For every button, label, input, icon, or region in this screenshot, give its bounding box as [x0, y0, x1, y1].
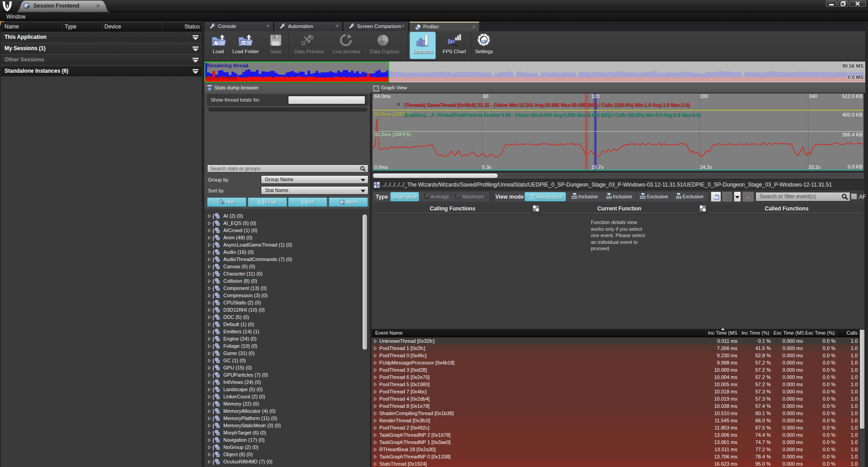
af-checkbox[interactable]: [851, 193, 857, 200]
expander-icon[interactable]: [208, 257, 211, 262]
tree-scrollbar[interactable]: [362, 214, 368, 350]
tree-item[interactable]: {Component (13) (0): [204, 285, 370, 292]
expander-icon[interactable]: [374, 455, 377, 459]
col-inc-time-ms[interactable]: Inc Time (MS: [708, 330, 737, 336]
expander-icon[interactable]: [208, 351, 211, 355]
tree-item[interactable]: {CPUStalls (2) (0): [204, 299, 370, 306]
session-row-standalone-instances-6-[interactable]: Standalone Instances (6): [1, 66, 202, 76]
app-tab[interactable]: Session Frontend ✕: [16, 0, 110, 12]
event-row[interactable]: RenderThread [0x3fc0]11.545 ms66.0 %0.00…: [372, 417, 859, 424]
column-type[interactable]: Type: [65, 23, 76, 30]
filter-hierarchical-button[interactable]: Hierarchical: [524, 192, 566, 201]
expander-icon[interactable]: [208, 373, 211, 377]
tree-item[interactable]: {MemoryAllocator (4) (0): [204, 407, 370, 415]
close-button[interactable]: [849, 0, 866, 7]
event-row[interactable]: PoolThread 8 [0x1e78]10.038 ms57.4 %0.00…: [372, 402, 859, 410]
tree-item[interactable]: {MorphTarget (6) (0): [204, 429, 370, 436]
tree-item[interactable]: {MemoryPlatform (11) (0): [204, 415, 370, 422]
event-row[interactable]: FUdpMessageProcessor [0x4b18]9.998 ms57.…: [372, 359, 859, 366]
expander-icon[interactable]: [208, 388, 211, 392]
expander-icon[interactable]: [208, 460, 211, 464]
thread-totals-input[interactable]: [288, 96, 365, 104]
filter-exclusive-button[interactable]: Exclusive: [637, 192, 671, 201]
col-exc-time-ms[interactable]: Exc Time (MS: [774, 330, 804, 336]
toolbar-dropdown-button[interactable]: [734, 191, 741, 202]
expander-icon[interactable]: [208, 308, 211, 312]
tree-item[interactable]: {D3D11RHI (10) (0): [204, 306, 370, 313]
expander-icon[interactable]: [374, 375, 377, 379]
event-row[interactable]: PoolThread 3 [0xd28]10.000 ms57.2 %0.000…: [372, 366, 859, 374]
expander-icon[interactable]: [208, 424, 211, 428]
expander-icon[interactable]: [208, 402, 211, 406]
expander-icon[interactable]: [208, 265, 211, 269]
expander-icon[interactable]: [374, 390, 377, 394]
toolbar-load-folder-button[interactable]: Load Folder: [232, 32, 259, 59]
tab-close-icon[interactable]: ✕: [472, 24, 476, 29]
expander-icon[interactable]: [208, 214, 211, 218]
sort-by-select[interactable]: Stat Name: [261, 186, 368, 195]
graph-view-title[interactable]: Graph View: [381, 85, 407, 90]
expander-arrow-icon[interactable]: [192, 46, 199, 51]
expander-icon[interactable]: [374, 339, 377, 343]
session-row-this-application[interactable]: This Application: [1, 32, 202, 42]
event-row[interactable]: RTHeartBeat 28 [0x2a30]13.511 ms77.2 %0.…: [372, 446, 859, 453]
expander-icon[interactable]: [208, 229, 211, 233]
tree-item[interactable]: {Anim (48) (0): [204, 234, 370, 241]
tree-item[interactable]: {Memory (22) (0): [204, 400, 370, 407]
event-row[interactable]: PoolThread 1 [0x2fc]7.266 ms41.5 %0.000 …: [372, 345, 859, 352]
tree-item[interactable]: {AICrowd (1) (0): [204, 227, 370, 234]
col-calls[interactable]: Calls: [837, 330, 858, 336]
tab-close-icon[interactable]: ✕: [335, 23, 339, 28]
tree-item[interactable]: {MemoryStaticMesh (3) (0): [204, 422, 370, 429]
tree-item[interactable]: {NoGroup (2) (0): [204, 444, 370, 451]
expander-icon[interactable]: [374, 426, 377, 430]
expander-icon[interactable]: [208, 431, 211, 435]
expander-icon[interactable]: [208, 250, 211, 254]
toolbar-settings-button[interactable]: Settings: [471, 32, 497, 59]
expander-icon[interactable]: [374, 383, 377, 387]
expander-icon[interactable]: [208, 315, 211, 319]
col-inc-time-pct[interactable]: Inc Time (%): [741, 330, 769, 336]
threads-timeline[interactable]: [204, 61, 865, 83]
expander-icon[interactable]: [208, 453, 211, 457]
expander-icon[interactable]: [208, 221, 211, 225]
expander-arrow-icon[interactable]: [192, 57, 199, 63]
app-tab-close-icon[interactable]: ✕: [96, 3, 100, 9]
tree-item[interactable]: {Collision (8) (0): [204, 277, 370, 285]
expander-icon[interactable]: [208, 243, 211, 247]
expander-icon[interactable]: [374, 433, 377, 437]
column-splitter-icon[interactable]: [533, 205, 539, 211]
expander-icon[interactable]: [208, 301, 211, 305]
tree-item[interactable]: {Compression (3) (0): [204, 292, 370, 299]
filter-inclusive-button[interactable]: Inclusive: [568, 192, 601, 201]
expander-icon[interactable]: [374, 346, 377, 350]
expander-icon[interactable]: [208, 344, 211, 348]
tree-item[interactable]: {LinkerCount (2) (0): [204, 393, 370, 400]
event-row[interactable]: PoolThread 2 [0x492c]11.803 ms67.5 %0.00…: [372, 424, 859, 431]
event-row[interactable]: PoolThread 6 [0x2e70]10.004 ms57.2 %0.00…: [372, 374, 859, 381]
tree-item[interactable]: {Audio (16) (0): [204, 248, 370, 256]
column-device[interactable]: Device: [104, 23, 121, 30]
expander-icon[interactable]: [208, 322, 211, 327]
tree-item[interactable]: {Navigation (17) (0): [204, 436, 370, 444]
event-row[interactable]: TaskGraphThreadNP 0 [0x1338]13.706 ms78.…: [372, 453, 859, 460]
expander-icon[interactable]: [208, 409, 211, 413]
expander-icon[interactable]: [374, 368, 377, 372]
filter-oneframe-button[interactable]: OneFrame: [390, 192, 419, 201]
stat-type-toggle-int[interactable]: Int: [288, 197, 327, 207]
expander-icon[interactable]: [374, 440, 377, 444]
expander-icon[interactable]: [374, 448, 377, 452]
session-row-other-sessions[interactable]: Other Sessions: [1, 55, 202, 65]
tree-item[interactable]: {Game (31) (0): [204, 350, 370, 357]
column-divider[interactable]: [102, 23, 103, 31]
minimize-button[interactable]: [826, 0, 837, 7]
stats-dump-browser-title[interactable]: Stats dump browser: [214, 85, 259, 90]
expander-icon[interactable]: [374, 462, 377, 466]
column-divider[interactable]: [62, 23, 62, 31]
stat-type-toggle-mem[interactable]: Mem: [329, 197, 368, 207]
expander-icon[interactable]: [374, 419, 377, 423]
tree-item[interactable]: {GPUParticles (7) (0): [204, 371, 370, 378]
expander-icon[interactable]: [208, 445, 211, 449]
expander-icon[interactable]: [208, 416, 211, 420]
column-name[interactable]: Name: [5, 23, 19, 30]
